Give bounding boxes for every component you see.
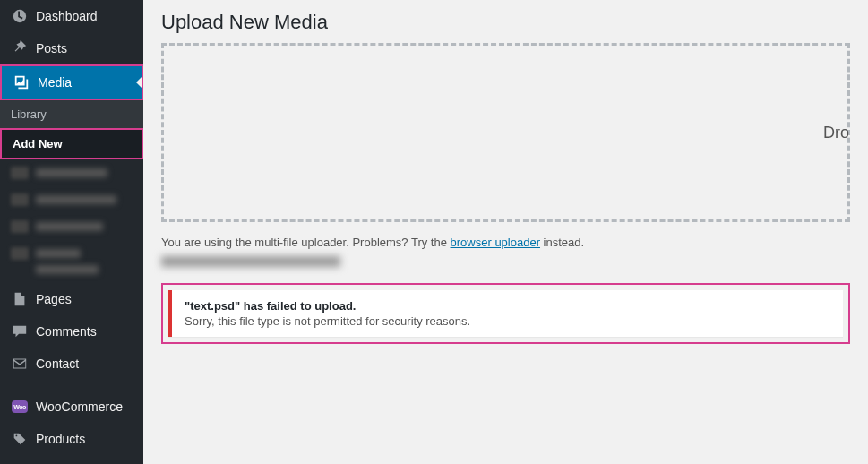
sidebar-item-label: Contact [36,357,79,371]
uploader-note-suffix: instead. [540,236,584,249]
sidebar-subitem-add-new[interactable]: Add New [0,128,143,159]
browser-uploader-link[interactable]: browser uploader [451,236,540,249]
sidebar-item-obscured [0,240,143,283]
sidebar-item-label: Pages [36,292,72,306]
sidebar-item-obscured [0,213,143,240]
dropzone-text: Dro [823,124,849,142]
products-icon [11,430,29,448]
media-icon [13,73,30,91]
uploader-note-prefix: You are using the multi-file uploader. P… [161,236,451,249]
dashboard-icon [11,7,29,25]
sidebar-item-label: Comments [36,324,97,339]
sidebar-subitem-label: Library [11,107,47,121]
sidebar-item-label: Media [38,75,72,90]
sidebar-item-pages[interactable]: Pages [0,283,143,315]
uploader-note: You are using the multi-file uploader. P… [161,222,850,256]
sidebar-item-dashboard[interactable]: Dashboard [0,0,143,32]
sidebar-item-products[interactable]: Products [0,423,143,455]
sidebar-item-label: WooCommerce [36,400,123,414]
sidebar-item-comments[interactable]: Comments [0,315,143,348]
sidebar-item-label: Posts [36,41,67,56]
sidebar-subitem-library[interactable]: Library [0,100,143,128]
envelope-icon [11,355,29,373]
sidebar-item-contact[interactable]: Contact [0,348,143,380]
upload-error-message: Sorry, this file type is not permitted f… [185,314,830,328]
woocommerce-icon: Woo [11,398,29,416]
upload-error-notice: "text.psd" has failed to upload. Sorry, … [168,290,843,337]
upload-dropzone[interactable]: Dro [161,43,850,222]
max-upload-size-obscured [161,256,340,267]
pages-icon [11,290,29,308]
admin-sidebar: Dashboard Posts Media Library Add New Pa… [0,0,143,464]
sidebar-subitem-label: Add New [13,137,63,150]
comments-icon [11,322,29,340]
page-title: Upload New Media [161,0,850,43]
upload-error-title: "text.psd" has failed to upload. [185,299,830,313]
sidebar-item-label: Products [36,432,85,446]
sidebar-item-obscured [0,186,143,213]
sidebar-item-label: Dashboard [36,9,98,23]
sidebar-item-obscured [0,159,143,186]
sidebar-item-media[interactable]: Media [0,64,143,100]
sidebar-item-posts[interactable]: Posts [0,32,143,64]
upload-error-highlight: "text.psd" has failed to upload. Sorry, … [161,283,850,344]
sidebar-item-woocommerce[interactable]: Woo WooCommerce [0,391,143,423]
main-content: Upload New Media Dro You are using the m… [143,0,868,464]
pin-icon [11,39,29,57]
